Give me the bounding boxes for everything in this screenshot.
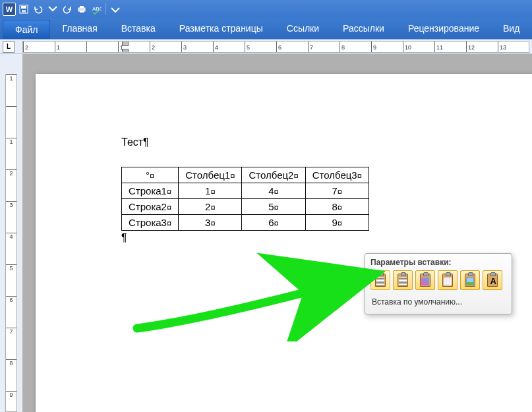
clipboard-icon (375, 274, 386, 287)
table-cell[interactable]: 2¤ (179, 199, 242, 215)
svg-rect-5 (80, 11, 84, 13)
chevron-down-icon (110, 4, 121, 15)
ribbon-tabs: Файл Главная Вставка Разметка страницы С… (0, 18, 532, 40)
clipboard-icon (398, 274, 408, 287)
paste-keep-source-button[interactable] (370, 270, 390, 290)
ruler-tick: 13 (498, 42, 506, 52)
tab-review[interactable]: Рецензирование (396, 18, 491, 39)
paste-options-title: Параметры вставки: (370, 258, 506, 267)
table-row[interactable]: Строка1¤1¤4¤7¤ (122, 183, 369, 199)
ruler-row: L 2112345678910111213 (0, 40, 532, 54)
tab-page-layout[interactable]: Разметка страницы (167, 18, 275, 39)
ruler-tick: 1 (118, 42, 123, 52)
table-header-cell[interactable]: Столбец1¤ (179, 167, 242, 183)
paste-options-popup: Параметры вставки: A Вставка по умолчани… (365, 253, 512, 314)
qat-print-button[interactable] (75, 3, 88, 16)
page-area[interactable]: Тест¶ °¤Столбец1¤Столбец2¤Столбец3¤Строк… (22, 54, 532, 412)
qat-redo-button[interactable] (61, 3, 74, 16)
paste-options-row: A (370, 270, 506, 290)
tab-stop-selector[interactable]: L (3, 41, 15, 53)
table-cell[interactable]: 6¤ (242, 215, 305, 231)
redo-icon (62, 4, 73, 15)
svg-rect-4 (80, 6, 84, 8)
app-icon: W (3, 3, 16, 16)
save-icon (18, 4, 29, 15)
paste-text-only-button[interactable]: A (483, 270, 502, 290)
table-row[interactable]: Строка3¤3¤6¤9¤ (122, 215, 369, 231)
ruler-tick: 4 (6, 233, 16, 240)
svg-rect-1 (21, 6, 26, 9)
ruler-tick (6, 106, 16, 107)
paste-picture-button[interactable] (460, 270, 480, 290)
workspace: 1123456789 Тест¶ °¤Столбец1¤Столбец2¤Сто… (0, 54, 532, 412)
table-cell[interactable]: 5¤ (242, 199, 305, 215)
ruler-tick: 2 (6, 169, 16, 177)
table-row[interactable]: Строка2¤2¤5¤8¤ (122, 199, 369, 215)
document-table[interactable]: °¤Столбец1¤Столбец2¤Столбец3¤Строка1¤1¤4… (121, 167, 369, 231)
pilcrow-icon: ¶ (121, 232, 127, 243)
paste-use-destination-button[interactable] (415, 270, 435, 290)
table-row-label-cell[interactable]: Строка1¤ (122, 183, 179, 199)
table-cell[interactable]: 1¤ (179, 183, 242, 199)
qat-save-button[interactable] (17, 3, 30, 16)
clipboard-icon (442, 274, 453, 287)
chevron-down-icon (47, 4, 58, 15)
horizontal-ruler[interactable]: 2112345678910111213 (22, 41, 529, 53)
ruler-tick: 3 (181, 42, 187, 52)
tab-insert[interactable]: Вставка (109, 18, 167, 39)
table-cell[interactable]: 8¤ (305, 199, 369, 215)
ruler-tick: 4 (213, 42, 218, 52)
ruler-tick: 8 (340, 42, 345, 52)
paste-merge-formatting-button[interactable] (393, 270, 413, 290)
print-icon (76, 4, 87, 15)
document-page[interactable]: Тест¶ °¤Столбец1¤Столбец2¤Столбец3¤Строк… (36, 74, 532, 412)
file-tab[interactable]: Файл (3, 20, 50, 39)
qat-undo-dropdown[interactable] (46, 3, 59, 16)
ruler-tick: 6 (6, 296, 16, 303)
clipboard-icon (420, 274, 430, 287)
table-cell[interactable]: 7¤ (305, 183, 369, 199)
ruler-tick: 5 (6, 264, 16, 272)
title-text: Тест (121, 136, 143, 148)
ruler-tick: 10 (403, 42, 411, 52)
undo-icon (33, 4, 44, 15)
tab-references[interactable]: Ссылки (275, 18, 331, 39)
ruler-tick: 11 (434, 42, 443, 52)
ruler-tick: 7 (308, 42, 313, 52)
table-header-row[interactable]: °¤Столбец1¤Столбец2¤Столбец3¤ (122, 167, 369, 183)
qat-undo-button[interactable] (32, 3, 45, 16)
clipboard-icon: A (487, 274, 498, 287)
pilcrow-icon: ¶ (143, 136, 149, 148)
ruler-tick: 1 (55, 42, 60, 52)
table-row-label-cell[interactable]: Строка2¤ (122, 199, 179, 215)
table-cell[interactable]: 9¤ (305, 215, 369, 231)
ruler-tick: 9 (6, 391, 16, 398)
title-bar: W ABC (0, 0, 532, 18)
ruler-tick: 5 (245, 42, 250, 52)
table-header-cell[interactable]: °¤ (122, 167, 179, 183)
qat-customize-button[interactable] (109, 3, 122, 16)
tab-view[interactable]: Вид (491, 18, 531, 39)
paragraph-after-table[interactable]: ¶ (121, 232, 532, 244)
clipboard-icon (465, 274, 475, 287)
qat-spelling-button[interactable]: ABC (90, 3, 103, 16)
table-header-cell[interactable]: Столбец3¤ (305, 167, 369, 183)
table-cell[interactable]: 4¤ (242, 183, 305, 199)
table-cell[interactable]: 3¤ (179, 215, 242, 231)
table-header-cell[interactable]: Столбец2¤ (242, 167, 305, 183)
document-title-line[interactable]: Тест¶ (121, 136, 532, 148)
vertical-ruler[interactable]: 1123456789 (5, 74, 17, 412)
table-row-label-cell[interactable]: Строка3¤ (122, 215, 179, 231)
tab-mailings[interactable]: Рассылки (331, 18, 396, 39)
ruler-tick: 7 (6, 328, 16, 335)
ruler-tick (86, 42, 88, 52)
svg-rect-2 (22, 10, 26, 13)
ruler-tick: 2 (23, 42, 28, 52)
paste-default-link[interactable]: Вставка по умолчанию... (370, 295, 506, 309)
ruler-tick: 8 (6, 359, 16, 367)
ruler-tick: 9 (371, 42, 376, 52)
tab-home[interactable]: Главная (50, 18, 109, 39)
vertical-ruler-column: 1123456789 (0, 54, 22, 412)
svg-text:ABC: ABC (92, 6, 102, 12)
paste-link-button[interactable] (438, 270, 458, 290)
